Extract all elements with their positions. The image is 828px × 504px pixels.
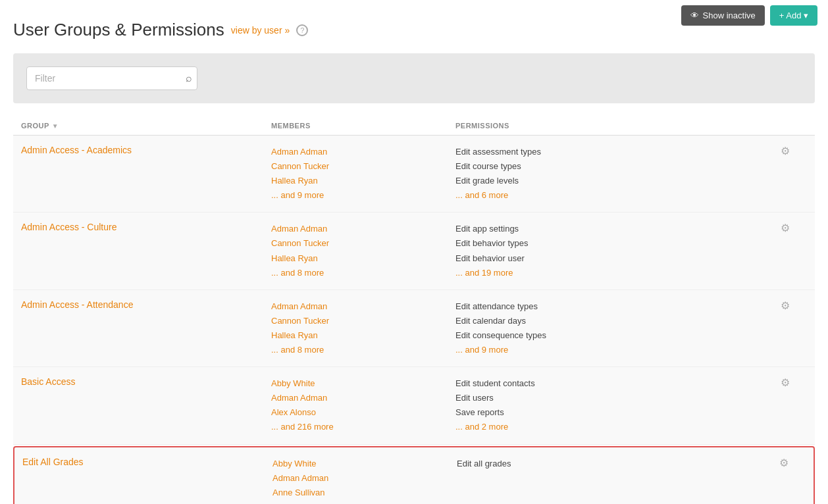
gear-button[interactable]: ⚙ [781,222,790,234]
group-name-link[interactable]: Edit All Grades [22,457,84,467]
member-link[interactable]: Cannon Tucker [271,236,455,251]
help-icon[interactable]: ? [296,24,308,36]
filter-input-wrapper: ⌕ [26,66,197,90]
top-bar: 👁 Show inactive + Add ▾ [671,0,828,31]
table-row: Basic AccessAbby WhiteAdman AdmanAlex Al… [13,367,815,444]
add-button[interactable]: + Add ▾ [770,5,817,26]
filter-input[interactable] [26,66,197,90]
member-link[interactable]: Adman Adman [271,145,455,159]
permission-item: Edit grade levels [455,174,781,188]
permission-item: Edit attendance types [455,299,781,314]
members-more-link[interactable]: ... and 8 more [271,266,455,280]
group-name-link[interactable]: Admin Access - Culture [21,222,117,232]
permission-item: Edit all grades [457,457,779,471]
members-more-link[interactable]: ... and 195 more [272,500,457,504]
gear-button[interactable]: ⚙ [779,457,789,469]
member-link[interactable]: Alex Alonso [271,405,455,420]
permission-item: Edit assessment types [455,145,781,159]
permission-item: Edit consequence types [455,328,781,343]
show-inactive-button[interactable]: 👁 Show inactive [681,5,765,26]
main-content: User Groups & Permissions view by user »… [0,7,828,504]
table-container: GROUP ▼ MEMBERS PERMISSIONS Admin Access… [13,116,815,504]
page-title: User Groups & Permissions [13,20,224,40]
gear-button[interactable]: ⚙ [781,299,790,312]
permission-item: Edit student contacts [455,376,781,391]
members-more-link[interactable]: ... and 8 more [271,343,455,357]
gear-button[interactable]: ⚙ [781,376,790,389]
group-name-link[interactable]: Basic Access [21,376,75,387]
filter-bar: ⌕ [13,53,815,103]
member-link[interactable]: Adman Adman [272,471,457,486]
member-link[interactable]: Hallea Ryan [271,251,455,266]
member-link[interactable]: Adman Adman [271,391,455,405]
table-row: Edit All GradesAbby WhiteAdman AdmanAnne… [13,446,815,505]
permissions-more-link[interactable]: ... and 6 more [455,188,781,203]
permissions-more-link[interactable]: ... and 2 more [455,420,781,434]
group-name-link[interactable]: Admin Access - Attendance [21,299,133,310]
group-column-header: GROUP ▼ [21,122,271,130]
eye-icon: 👁 [690,11,699,20]
member-link[interactable]: Hallea Ryan [271,174,455,188]
permission-item: Edit calendar days [455,314,781,328]
table-row: Admin Access - CultureAdman AdmanCannon … [13,213,815,290]
member-link[interactable]: Abby White [271,376,455,391]
table-row: Admin Access - AcademicsAdman AdmanCanno… [13,136,815,213]
permission-item: Edit users [455,391,781,405]
search-button[interactable]: ⌕ [186,72,192,84]
permission-item: Edit behavior user [455,251,781,266]
table-body: Admin Access - AcademicsAdman AdmanCanno… [13,136,815,504]
members-column-header: MEMBERS [271,122,455,130]
add-label: + Add ▾ [779,11,808,20]
table-row: Admin Access - AttendanceAdman AdmanCann… [13,290,815,367]
show-inactive-label: Show inactive [703,11,756,20]
permissions-column-header: PERMISSIONS [455,122,781,130]
member-link[interactable]: Abby White [272,457,457,471]
member-link[interactable]: Hallea Ryan [271,328,455,343]
permission-item: Save reports [455,405,781,420]
member-link[interactable]: Adman Adman [271,222,455,236]
members-more-link[interactable]: ... and 9 more [271,188,455,203]
members-more-link[interactable]: ... and 216 more [271,420,455,434]
sort-arrow-icon: ▼ [52,122,59,130]
gear-button[interactable]: ⚙ [781,145,790,157]
group-name-link[interactable]: Admin Access - Academics [21,145,132,155]
member-link[interactable]: Anne Sullivan [272,486,457,500]
permission-item: Edit course types [455,159,781,174]
permissions-more-link[interactable]: ... and 9 more [455,343,781,357]
permission-item: Edit app settings [455,222,781,236]
member-link[interactable]: Cannon Tucker [271,159,455,174]
permissions-more-link[interactable]: ... and 19 more [455,266,781,280]
member-link[interactable]: Cannon Tucker [271,314,455,328]
permission-item: Edit behavior types [455,236,781,251]
member-link[interactable]: Adman Adman [271,299,455,314]
table-header: GROUP ▼ MEMBERS PERMISSIONS [13,116,815,136]
view-by-user-link[interactable]: view by user » [231,25,290,36]
